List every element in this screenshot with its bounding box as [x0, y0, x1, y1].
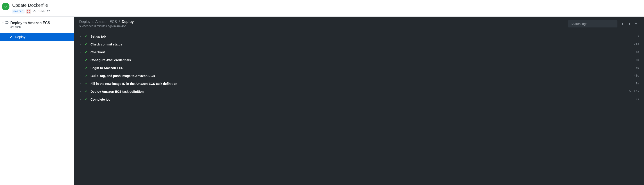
chevron-right-icon: [79, 50, 82, 54]
check-icon: [84, 34, 88, 38]
overall-status-icon: [2, 3, 10, 10]
commit-meta: master 1dab176: [12, 9, 50, 14]
step-name: Set up job: [90, 35, 633, 38]
step-duration: 4s: [636, 58, 639, 62]
avatar[interactable]: [26, 9, 31, 14]
workflow-icon: [6, 21, 9, 25]
chevron-right-icon: [79, 66, 82, 70]
check-icon: [84, 66, 88, 70]
breadcrumb-workflow[interactable]: Deploy to Amazon ECS: [79, 20, 117, 24]
step-row[interactable]: Checkout 4s: [74, 48, 644, 56]
check-icon: [84, 58, 88, 62]
step-row[interactable]: Configure AWS credentials 4s: [74, 56, 644, 64]
svg-point-2: [8, 22, 9, 23]
step-duration: 0s: [636, 82, 639, 85]
workflow-trigger: on: push: [10, 26, 72, 28]
chevron-right-icon: [79, 98, 82, 101]
chevron-right-icon: [79, 82, 82, 86]
steps-list: Set up job 5s Check commit status 21s Ch…: [74, 31, 644, 105]
step-row[interactable]: Build, tag, and push image to Amazon ECR…: [74, 72, 644, 80]
chevron-right-icon: [79, 42, 82, 46]
check-icon: [9, 35, 12, 39]
chevron-right-icon: [79, 74, 82, 78]
commit-icon: [33, 10, 36, 14]
workflow-sidebar: Deploy to Amazon ECS on: push Deploy: [0, 17, 74, 185]
search-input[interactable]: [568, 20, 618, 28]
step-name: Login to Amazon ECR: [90, 66, 633, 70]
sidebar-job-label: Deploy: [15, 35, 26, 39]
step-name: Deploy Amazon ECS task definition: [90, 90, 626, 94]
breadcrumb-job: Deploy: [122, 20, 134, 24]
step-duration: 0s: [636, 98, 639, 101]
branch-badge[interactable]: master: [12, 10, 24, 14]
check-icon: [84, 42, 88, 46]
step-duration: 41s: [634, 74, 639, 78]
svg-point-1: [6, 23, 6, 24]
check-icon: [84, 50, 88, 54]
step-name: Configure AWS credentials: [90, 58, 633, 62]
chevron-down-icon[interactable]: [2, 21, 4, 25]
page-header: Update Dockerfile master 1dab176: [0, 0, 644, 17]
workflow-item[interactable]: Deploy to Amazon ECS on: push: [0, 19, 74, 30]
step-row[interactable]: Login to Amazon ECR 7s: [74, 64, 644, 72]
step-row[interactable]: Complete job 0s: [74, 96, 644, 103]
commit-title: Update Dockerfile: [12, 3, 50, 8]
workflow-name: Deploy to Amazon ECS: [10, 21, 50, 25]
step-duration: 21s: [634, 42, 639, 46]
step-duration: 3m 23s: [628, 90, 639, 93]
step-row[interactable]: Check commit status 21s: [74, 40, 644, 48]
step-row[interactable]: Set up job 5s: [74, 32, 644, 40]
step-name: Fill in the new image ID in the Amazon E…: [90, 82, 633, 86]
svg-point-0: [6, 21, 6, 22]
step-name: Build, tag, and push image to Amazon ECR: [90, 74, 631, 78]
prev-arrow-icon[interactable]: [620, 22, 625, 26]
step-name: Checkout: [90, 50, 633, 54]
breadcrumb-separator: /: [119, 20, 120, 24]
check-icon: [84, 82, 88, 86]
check-icon: [84, 89, 88, 94]
breadcrumb: Deploy to Amazon ECS / Deploy: [79, 20, 134, 24]
run-status: succeeded 3 minutes ago in 4m 45s: [79, 24, 134, 28]
sidebar-job-deploy[interactable]: Deploy: [0, 33, 74, 41]
check-icon: [84, 97, 88, 102]
kebab-menu-icon[interactable]: ···: [634, 22, 639, 26]
chevron-right-icon: [79, 58, 82, 62]
step-duration: 5s: [636, 35, 639, 38]
step-name: Check commit status: [90, 42, 631, 46]
check-icon: [84, 74, 88, 78]
next-arrow-icon[interactable]: [627, 22, 632, 26]
step-row[interactable]: Deploy Amazon ECS task definition 3m 23s: [74, 88, 644, 96]
chevron-right-icon: [79, 35, 82, 38]
chevron-right-icon: [79, 90, 82, 94]
step-duration: 4s: [636, 50, 639, 54]
step-duration: 7s: [636, 66, 639, 70]
step-name: Complete job: [90, 98, 633, 101]
step-row[interactable]: Fill in the new image ID in the Amazon E…: [74, 80, 644, 88]
log-pane: Deploy to Amazon ECS / Deploy succeeded …: [74, 17, 644, 185]
log-header: Deploy to Amazon ECS / Deploy succeeded …: [74, 17, 644, 31]
commit-sha[interactable]: 1dab176: [38, 10, 50, 13]
